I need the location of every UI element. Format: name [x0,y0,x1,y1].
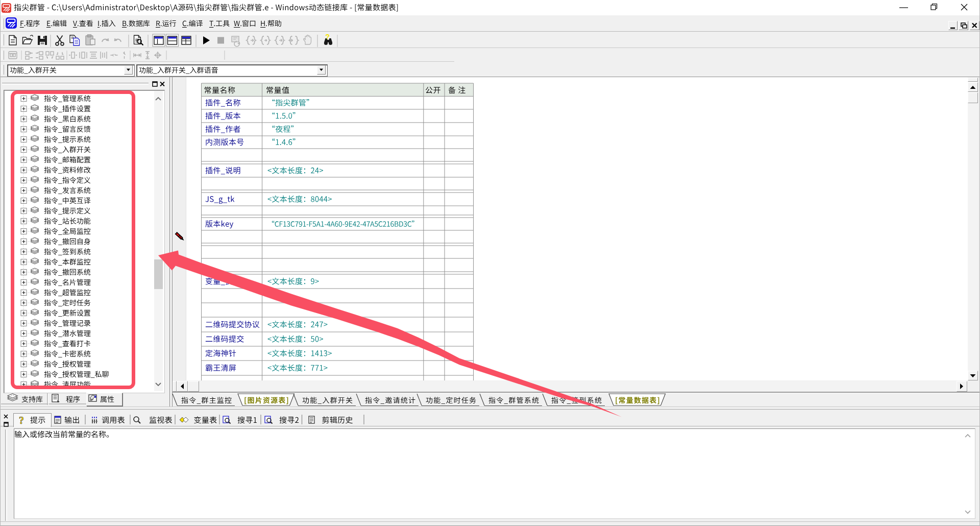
svg-text:?: ? [325,32,330,41]
svg-text:?: ? [19,415,24,426]
